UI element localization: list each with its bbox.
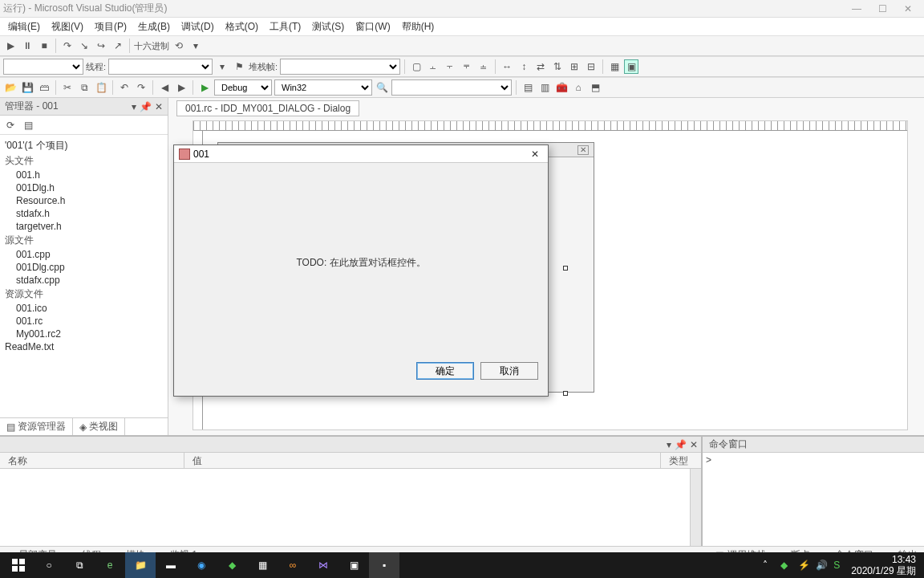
taskbar-app5-icon[interactable]: ▣ bbox=[338, 552, 369, 578]
taskbar-app1-icon[interactable]: ◉ bbox=[186, 552, 217, 578]
taskbar-explorer-icon[interactable]: 📁 bbox=[125, 552, 156, 578]
solution-tree[interactable]: '001'(1 个项目) 头文件 001.h 001Dlg.h Resource… bbox=[0, 135, 168, 417]
tree-item[interactable]: targetver.h bbox=[16, 220, 163, 233]
resize-handle-e[interactable] bbox=[563, 266, 568, 271]
maximize-button[interactable]: ☐ bbox=[874, 3, 890, 14]
redo-icon[interactable]: ↷ bbox=[134, 80, 148, 95]
col-value[interactable]: 值 bbox=[184, 453, 661, 468]
tree-item[interactable]: 001Dlg.cpp bbox=[16, 261, 163, 274]
align-v-icon[interactable]: ⫟ bbox=[443, 59, 457, 74]
size-v-icon[interactable]: ↕ bbox=[517, 59, 531, 74]
menu-edit[interactable]: 编辑(E) bbox=[3, 18, 45, 35]
running-dialog-close-icon[interactable]: ✕ bbox=[527, 149, 543, 160]
toolbox-icon[interactable]: 🧰 bbox=[554, 80, 569, 95]
copy-icon[interactable]: ⧉ bbox=[77, 80, 91, 95]
solution-node[interactable]: '001'(1 个项目) bbox=[5, 138, 163, 153]
close-button[interactable]: ✕ bbox=[900, 3, 916, 14]
undo-icon[interactable]: ↶ bbox=[117, 80, 132, 95]
tree-item[interactable]: stdafx.cpp bbox=[16, 274, 163, 287]
size-h-icon[interactable]: ↔ bbox=[500, 59, 514, 74]
tree-item[interactable]: 001.ico bbox=[16, 302, 163, 315]
menu-build[interactable]: 生成(B) bbox=[133, 18, 175, 35]
panel-pin-icon[interactable]: 📌 bbox=[675, 439, 687, 450]
step-out-icon[interactable]: ↗ bbox=[111, 39, 125, 53]
tool-dropdown-icon[interactable]: ▾ bbox=[188, 39, 203, 53]
panel-close-icon[interactable]: ✕ bbox=[690, 439, 698, 450]
tree-item[interactable]: 001.rc bbox=[16, 315, 163, 328]
tree-item[interactable]: 001.h bbox=[16, 169, 163, 181]
pause-icon[interactable]: ⏸ bbox=[20, 39, 34, 53]
cut-icon[interactable]: ✂ bbox=[60, 80, 75, 95]
step-icon[interactable]: ↷ bbox=[60, 39, 75, 53]
platform-combo[interactable]: Win32 bbox=[274, 79, 372, 96]
watch-body[interactable] bbox=[0, 469, 701, 546]
panel-close-icon[interactable]: ✕ bbox=[155, 101, 163, 112]
tree-item[interactable]: ReadMe.txt bbox=[5, 340, 163, 353]
menu-debug[interactable]: 调试(D) bbox=[176, 18, 219, 35]
config-combo[interactable]: Debug bbox=[214, 79, 272, 96]
start-button[interactable] bbox=[3, 552, 34, 578]
show-all-icon[interactable]: ▤ bbox=[21, 118, 35, 132]
taskbar-clock[interactable]: 13:43 2020/1/29 星期 bbox=[851, 554, 916, 577]
thread-icon[interactable]: ▾ bbox=[215, 59, 229, 74]
grid-icon[interactable]: ▦ bbox=[607, 59, 622, 74]
step-into-icon[interactable]: ↘ bbox=[77, 39, 91, 53]
cortana-icon[interactable]: ○ bbox=[34, 552, 64, 578]
space-v-icon[interactable]: ⇅ bbox=[550, 59, 565, 74]
panel-dropdown-icon[interactable]: ▾ bbox=[667, 439, 671, 450]
taskbar-terminal-icon[interactable]: ▬ bbox=[156, 552, 186, 578]
taskbar-browser-icon[interactable]: e bbox=[95, 552, 125, 578]
tree-item[interactable]: Resource.h bbox=[16, 194, 163, 207]
minimize-button[interactable]: — bbox=[849, 3, 865, 14]
tray-app-icon[interactable]: ◆ bbox=[780, 560, 792, 571]
windows-taskbar[interactable]: ○ ⧉ e 📁 ▬ ◉ ◆ ▦ ∞ ⋈ ▣ ▪ ˄ ◆ ⚡ 🔊 S 13:43 … bbox=[0, 552, 924, 578]
find-combo[interactable] bbox=[391, 79, 512, 96]
guides-icon[interactable]: ▣ bbox=[624, 59, 638, 74]
ext-icon[interactable]: ⬒ bbox=[588, 80, 602, 95]
menu-format[interactable]: 格式(O) bbox=[221, 18, 263, 35]
menu-view[interactable]: 视图(V) bbox=[47, 18, 88, 35]
tree-item[interactable]: 001Dlg.h bbox=[16, 181, 163, 194]
tree-item[interactable]: My001.rc2 bbox=[16, 328, 163, 340]
col-name[interactable]: 名称 bbox=[0, 453, 184, 468]
system-tray[interactable]: ˄ ◆ ⚡ 🔊 S 13:43 2020/1/29 星期 bbox=[763, 554, 921, 577]
sources-group[interactable]: 源文件 bbox=[5, 233, 163, 248]
continue-icon[interactable]: ▶ bbox=[3, 39, 18, 53]
task-view-icon[interactable]: ⧉ bbox=[64, 552, 95, 578]
flag-icon[interactable]: ⚑ bbox=[232, 59, 246, 74]
properties-icon[interactable]: ▥ bbox=[537, 80, 552, 95]
cancel-button[interactable]: 取消 bbox=[480, 362, 538, 380]
tree-item[interactable]: stdafx.h bbox=[16, 207, 163, 220]
menu-tools[interactable]: 工具(T) bbox=[265, 18, 306, 35]
stop-icon[interactable]: ■ bbox=[37, 39, 51, 53]
design-dialog-close-icon[interactable]: ✕ bbox=[578, 145, 589, 155]
running-dialog-titlebar[interactable]: 001 ✕ bbox=[174, 145, 548, 163]
ok-button[interactable]: 确定 bbox=[416, 362, 474, 380]
find-icon[interactable]: 🔍 bbox=[375, 80, 389, 95]
tree-item[interactable]: 001.cpp bbox=[16, 248, 163, 261]
open-icon[interactable]: 📂 bbox=[3, 80, 18, 95]
taskbar-running-app-icon[interactable]: ▪ bbox=[369, 552, 399, 578]
hex-toggle-icon[interactable]: ⟲ bbox=[172, 39, 186, 53]
menu-help[interactable]: 帮助(H) bbox=[397, 18, 440, 35]
center-h-icon[interactable]: ⊞ bbox=[567, 59, 582, 74]
nav-back-icon[interactable]: ◀ bbox=[157, 80, 172, 95]
headers-group[interactable]: 头文件 bbox=[5, 153, 163, 169]
stackframe-combo[interactable] bbox=[280, 59, 400, 75]
align-left-icon[interactable]: ▢ bbox=[409, 59, 424, 74]
start-page-icon[interactable]: ⌂ bbox=[571, 80, 586, 95]
tray-ime-icon[interactable]: S bbox=[833, 560, 845, 571]
menu-project[interactable]: 项目(P) bbox=[90, 18, 132, 35]
tray-network-icon[interactable]: ⚡ bbox=[798, 560, 809, 571]
align-bottom-icon[interactable]: ⫨ bbox=[476, 59, 491, 74]
taskbar-vs-icon[interactable]: ⋈ bbox=[308, 552, 338, 578]
refresh-icon[interactable]: ⟳ bbox=[3, 118, 18, 132]
align-top-icon[interactable]: ⫧ bbox=[460, 59, 474, 74]
taskbar-app2-icon[interactable]: ◆ bbox=[217, 552, 247, 578]
document-tab[interactable]: 001.rc - IDD_MY001_DIALOG - Dialog bbox=[176, 100, 359, 116]
menu-test[interactable]: 测试(S) bbox=[307, 18, 349, 35]
taskbar-app3-icon[interactable]: ▦ bbox=[247, 552, 278, 578]
solution-explorer-icon[interactable]: ▤ bbox=[521, 80, 535, 95]
align-h-icon[interactable]: ⫠ bbox=[426, 59, 440, 74]
command-window-body[interactable]: > bbox=[703, 453, 924, 546]
